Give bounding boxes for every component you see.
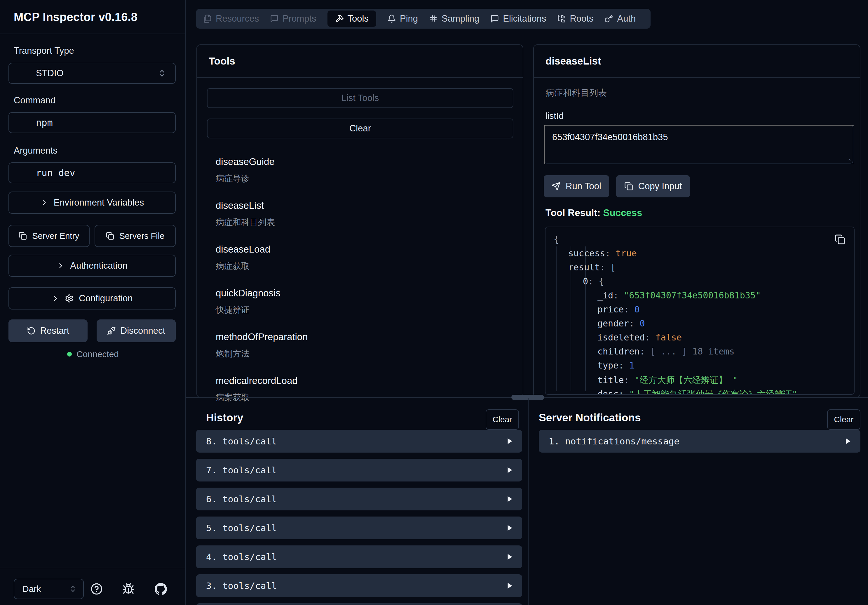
unplug-icon [107,326,116,335]
json-line: 0: { [583,276,604,287]
json-indent-guide [556,247,556,391]
notification-row[interactable]: 1. notifications/message [539,430,860,453]
app-title: MCP Inspector v0.16.8 [14,0,138,34]
json-result-viewer: {success: trueresult: [0: {_id: "653f043… [545,226,854,395]
expand-play-icon [506,553,513,561]
json-line: children: [ ... ] 18 items [597,346,735,357]
tab-bar: ResourcesPromptsToolsPingSamplingElicita… [196,9,651,29]
tab-prompts[interactable]: Prompts [270,14,316,24]
arguments-label: Arguments [14,146,57,156]
tab-label: Elicitations [503,14,546,24]
disconnect-button[interactable]: Disconnect [97,320,176,342]
tab-elicitations[interactable]: Elicitations [490,14,546,24]
theme-select[interactable]: Dark [14,579,84,599]
tool-result-status-text: Success [603,207,642,218]
tool-list-item-desc: 病案获取 [216,392,250,403]
resize-handle-icon[interactable] [845,155,851,161]
json-line: success: true [568,248,637,258]
send-icon [552,182,560,191]
history-row[interactable]: 7. tools/call [196,459,522,481]
environment-variables-label: Environment Variables [54,197,144,208]
configuration-label: Configuration [79,293,132,304]
servers-file-button[interactable]: Servers File [95,225,176,247]
github-icon[interactable] [155,583,167,595]
tab-roots[interactable]: Roots [557,14,594,24]
chevron-right-icon [40,199,48,207]
split-drag-handle[interactable] [512,395,544,400]
sidebar-footer: Dark [0,568,186,605]
param-input[interactable]: 653f04307f34e50016b81b35 [544,125,854,164]
run-tool-button[interactable]: Run Tool [544,175,609,197]
connected-text: Connected [76,349,119,359]
tools-panel: Tools List Tools Clear diseaseGuide病症导诊d… [197,44,523,398]
bug-icon[interactable] [122,583,135,595]
tool-list-item-methodOfPreparation[interactable]: methodOfPreparation [216,331,308,343]
copy-input-label: Copy Input [638,181,682,192]
history-row[interactable]: 6. tools/call [196,488,522,510]
authentication-button[interactable]: Authentication [8,254,176,277]
transport-select[interactable]: STDIO [8,63,176,84]
tab-ping[interactable]: Ping [387,14,418,24]
copy-icon [19,232,27,240]
tool-detail-header: diseaseList [534,45,860,78]
transport-type-label: Transport Type [14,45,74,56]
chevron-right-icon [51,294,59,302]
copy-icon [624,182,633,191]
tool-list-item-diseaseList[interactable]: diseaseList [216,200,264,211]
history-row[interactable]: 3. tools/call [196,574,522,597]
param-label: listId [546,111,564,121]
configuration-button[interactable]: Configuration [8,287,176,310]
message-square-icon [490,14,499,23]
key-icon [604,14,613,23]
expand-play-icon [506,466,513,474]
history-title: History [206,412,243,424]
expand-play-icon [506,495,513,503]
sidebar: MCP Inspector v0.16.8 Transport Type STD… [0,0,186,605]
transport-select-value: STDIO [36,68,64,79]
tool-list-item-desc: 病症获取 [216,261,250,272]
history-row[interactable]: 4. tools/call [196,545,522,568]
chevron-right-icon [57,262,65,270]
disconnect-label: Disconnect [121,326,165,336]
clear-tools-button[interactable]: Clear [207,119,513,138]
environment-variables-button[interactable]: Environment Variables [8,192,176,214]
server-entry-button[interactable]: Server Entry [8,225,90,247]
copy-icon [106,232,114,240]
clear-history-button[interactable]: Clear [486,410,519,430]
theme-select-value: Dark [22,584,41,594]
command-input[interactable] [8,112,176,133]
help-icon[interactable] [90,583,103,595]
authentication-label: Authentication [70,261,127,271]
tool-list-item-diseaseLoad[interactable]: diseaseLoad [216,244,270,255]
history-row[interactable]: 5. tools/call [196,517,522,539]
tool-list-item-medicalrecordLoad[interactable]: medicalrecordLoad [216,375,298,386]
notification-row-label: 1. notifications/message [549,436,679,447]
tab-label: Tools [347,14,369,24]
tab-resources[interactable]: Resources [203,14,259,24]
tab-label: Auth [617,14,636,24]
list-tools-button[interactable]: List Tools [207,88,513,108]
folder-tree-icon [557,14,566,23]
tab-label: Ping [400,14,418,24]
restart-button[interactable]: Restart [8,320,88,342]
tool-detail-title: diseaseList [546,45,601,77]
tab-label: Resources [216,14,259,24]
copy-json-icon[interactable] [835,234,845,245]
notifications-title: Server Notifications [539,412,641,424]
copy-input-button[interactable]: Copy Input [616,175,690,197]
tab-auth[interactable]: Auth [604,14,636,24]
tab-label: Roots [570,14,594,24]
history-row[interactable]: 8. tools/call [196,430,522,453]
tab-sampling[interactable]: Sampling [429,14,479,24]
tab-tools[interactable]: Tools [327,11,376,27]
history-row[interactable]: 2. tools/call [196,603,522,605]
tool-list-item-quickDiagnosis[interactable]: quickDiagnosis [216,288,281,299]
tool-result-label: Tool Result: [546,207,600,218]
history-row-label: 3. tools/call [206,580,277,591]
tool-list-item-diseaseGuide[interactable]: diseaseGuide [216,156,274,167]
arguments-input[interactable] [8,162,176,183]
mcp-inspector-app: MCP Inspector v0.16.8 Transport Type STD… [0,0,868,605]
connection-status: Connected [0,349,186,359]
history-row-label: 6. tools/call [206,494,277,504]
clear-notifications-button[interactable]: Clear [827,410,860,430]
